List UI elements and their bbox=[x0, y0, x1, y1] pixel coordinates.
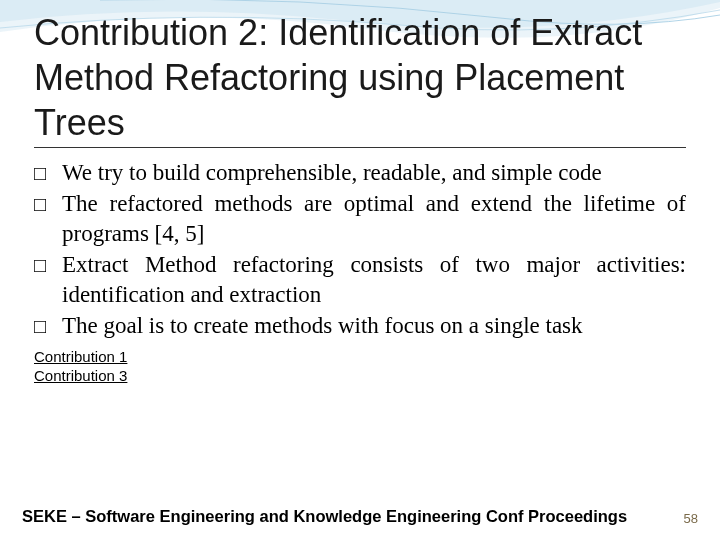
link-contribution-1[interactable]: Contribution 1 bbox=[34, 347, 686, 367]
bullet-item: Extract Method refactoring consists of t… bbox=[34, 250, 686, 309]
page-number: 58 bbox=[684, 511, 698, 526]
bullet-item: The goal is to create methods with focus… bbox=[34, 311, 686, 340]
footer: SEKE – Software Engineering and Knowledg… bbox=[22, 507, 698, 526]
bullet-item: We try to build comprehensible, readable… bbox=[34, 158, 686, 187]
link-contribution-3[interactable]: Contribution 3 bbox=[34, 366, 686, 386]
title-underline bbox=[34, 147, 686, 148]
footer-text: SEKE – Software Engineering and Knowledg… bbox=[22, 507, 627, 526]
bullet-list: We try to build comprehensible, readable… bbox=[34, 158, 686, 341]
navigation-links: Contribution 1 Contribution 3 bbox=[34, 347, 686, 386]
bullet-item: The refactored methods are optimal and e… bbox=[34, 189, 686, 248]
slide-title: Contribution 2: Identification of Extrac… bbox=[34, 10, 686, 145]
